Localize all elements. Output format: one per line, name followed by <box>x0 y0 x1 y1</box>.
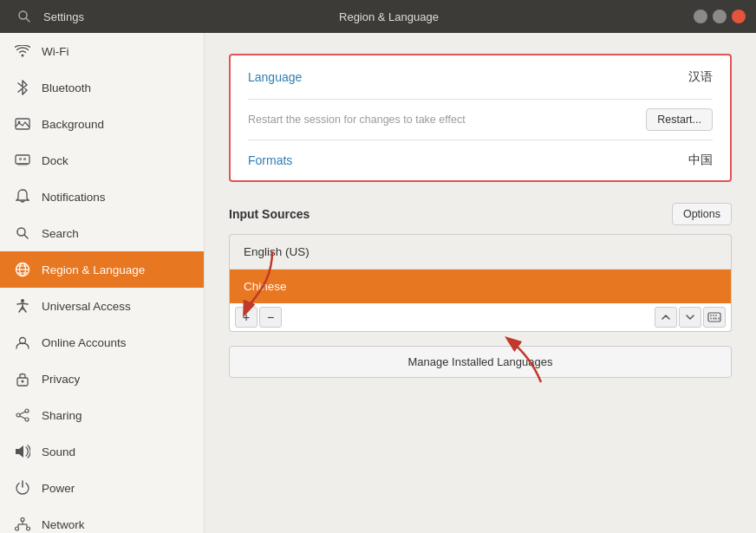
keyboard-layout-button[interactable] <box>703 307 726 328</box>
sidebar-label-universal: Universal Access <box>42 300 131 313</box>
svg-line-23 <box>20 416 25 419</box>
sidebar-item-privacy[interactable]: Privacy <box>0 361 204 397</box>
input-source-chinese[interactable]: Chinese <box>230 270 731 303</box>
network-icon <box>14 516 31 533</box>
move-up-button[interactable] <box>655 307 677 328</box>
svg-rect-32 <box>708 313 720 322</box>
svg-rect-38 <box>718 318 720 320</box>
input-sources-header: Input Sources Options <box>229 203 732 225</box>
titlebar-search-icon[interactable] <box>10 3 38 30</box>
svg-line-1 <box>26 18 29 22</box>
bluetooth-icon <box>14 79 31 96</box>
restart-hint: Restart the session for changes to take … <box>248 114 466 126</box>
sidebar-label-sharing: Sharing <box>42 409 82 422</box>
svg-rect-34 <box>713 315 714 316</box>
sidebar-label-power: Power <box>42 482 75 495</box>
sidebar-label-bluetooth: Bluetooth <box>42 81 91 94</box>
formats-row: Formats 中国 <box>231 140 730 180</box>
language-card: Language 汉语 Restart the session for chan… <box>229 54 732 182</box>
sidebar-item-power[interactable]: Power <box>0 470 204 506</box>
formats-label[interactable]: Formats <box>248 153 292 167</box>
dock-icon <box>14 152 31 169</box>
svg-line-9 <box>24 235 28 238</box>
svg-point-15 <box>21 299 24 302</box>
sidebar-label-region: Region & Language <box>42 263 145 276</box>
sidebar-label-notifications: Notifications <box>42 191 106 204</box>
titlebar: Settings Region & Language <box>0 0 756 33</box>
manage-languages-button[interactable]: Manage Installed Languages <box>229 346 732 378</box>
online-accounts-icon <box>14 334 31 351</box>
close-button[interactable] <box>732 10 746 23</box>
sidebar-item-sharing[interactable]: Sharing <box>0 397 204 433</box>
sidebar-label-network: Network <box>42 518 85 531</box>
remove-source-button[interactable]: − <box>259 307 282 328</box>
app-title: Settings <box>43 10 84 23</box>
svg-point-18 <box>22 380 24 383</box>
svg-rect-5 <box>17 163 28 166</box>
svg-point-25 <box>21 518 24 522</box>
move-down-button[interactable] <box>679 307 701 328</box>
sidebar-item-universal[interactable]: Universal Access <box>0 288 204 324</box>
manage-btn-container: Manage Installed Languages <box>229 346 732 378</box>
formats-value: 中国 <box>688 153 713 168</box>
sidebar-label-dock: Dock <box>42 154 68 167</box>
sound-icon <box>14 443 31 460</box>
svg-line-22 <box>20 412 25 414</box>
svg-rect-36 <box>710 318 712 320</box>
svg-point-20 <box>16 413 20 417</box>
restart-button[interactable]: Restart... <box>646 108 713 131</box>
window-controls <box>694 10 746 23</box>
restart-row: Restart the session for changes to take … <box>231 100 730 140</box>
add-source-button[interactable]: + <box>235 307 257 328</box>
content-area: Language 汉语 Restart the session for chan… <box>205 33 756 533</box>
background-icon <box>14 115 31 133</box>
sharing-icon <box>14 406 31 424</box>
sidebar-label-privacy: Privacy <box>42 373 80 386</box>
input-source-english[interactable]: English (US) <box>230 235 731 270</box>
sidebar-item-online-accounts[interactable]: Online Accounts <box>0 324 204 361</box>
svg-point-26 <box>16 527 19 530</box>
svg-rect-6 <box>19 158 22 160</box>
sidebar-label-wifi: Wi-Fi <box>42 45 68 58</box>
svg-marker-24 <box>16 445 23 458</box>
region-icon <box>14 261 31 278</box>
input-sources-list: English (US) Chinese <box>229 234 732 303</box>
svg-rect-4 <box>16 155 29 164</box>
sidebar-label-online-accounts: Online Accounts <box>42 336 127 349</box>
svg-rect-37 <box>713 318 717 320</box>
sidebar-item-bluetooth[interactable]: Bluetooth <box>0 69 204 106</box>
sidebar-item-wifi[interactable]: Wi-Fi <box>0 33 204 69</box>
notifications-icon <box>14 188 31 205</box>
svg-point-19 <box>25 409 29 413</box>
privacy-icon <box>14 370 31 387</box>
sidebar-item-search[interactable]: Search <box>0 215 204 251</box>
sidebar-item-dock[interactable]: Dock <box>0 142 204 179</box>
power-icon <box>14 479 31 497</box>
language-value: 汉语 <box>688 69 713 85</box>
input-sources-title: Input Sources <box>229 207 310 221</box>
sidebar-label-background: Background <box>42 118 104 131</box>
input-sources-section: Input Sources Options English (US) Chine… <box>229 203 732 378</box>
language-label[interactable]: Language <box>248 70 302 84</box>
universal-access-icon <box>14 297 31 315</box>
options-button[interactable]: Options <box>672 203 732 225</box>
svg-point-21 <box>25 418 29 421</box>
svg-rect-35 <box>715 315 717 316</box>
search-icon <box>14 224 31 242</box>
sources-toolbar: + − <box>229 303 732 332</box>
maximize-button[interactable] <box>713 10 727 23</box>
main-layout: Wi-Fi Bluetooth Background <box>0 33 756 533</box>
wifi-icon <box>14 42 31 60</box>
sidebar-item-background[interactable]: Background <box>0 106 204 142</box>
svg-rect-33 <box>710 315 712 316</box>
sidebar-label-search: Search <box>42 227 79 240</box>
sources-toolbar-container: + − <box>229 303 732 332</box>
sidebar-item-network[interactable]: Network <box>0 506 204 533</box>
sidebar-item-notifications[interactable]: Notifications <box>0 179 204 215</box>
sidebar-item-sound[interactable]: Sound <box>0 433 204 470</box>
minimize-button[interactable] <box>694 10 707 23</box>
sidebar-item-region[interactable]: Region & Language <box>0 251 204 288</box>
svg-rect-7 <box>23 158 26 160</box>
language-row: Language 汉语 <box>231 55 730 99</box>
sidebar-label-sound: Sound <box>42 445 75 458</box>
